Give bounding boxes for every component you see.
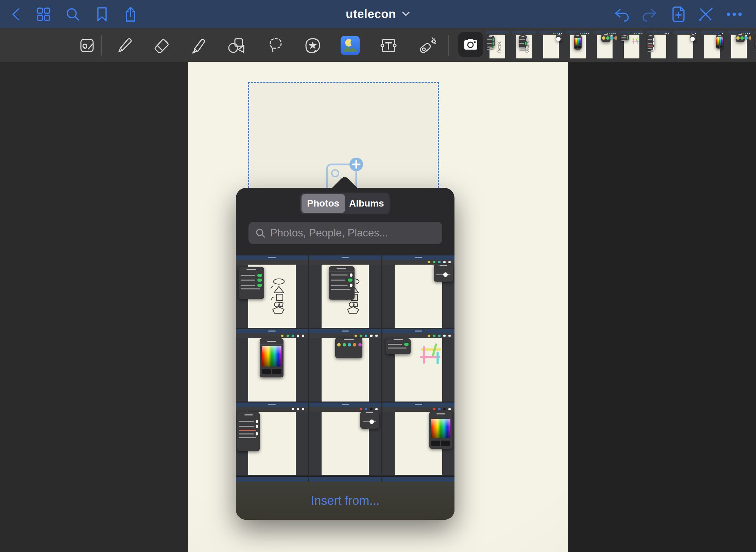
mini-color-dot-row (337, 343, 360, 346)
mini-popup-title (434, 264, 453, 267)
mini-toggle (526, 38, 527, 41)
search-button[interactable] (63, 5, 82, 24)
mini-nav-bar (236, 329, 308, 334)
photo-thumbnail-highlighter-thickness[interactable] (382, 255, 454, 328)
mini-color-dot (641, 33, 642, 34)
mini-popup-row (486, 49, 495, 50)
mini-popup-row (519, 38, 527, 41)
mini-color-dot (740, 36, 744, 40)
undo-button[interactable] (612, 5, 631, 24)
mini-title (496, 32, 499, 32)
mini-color-dot (744, 36, 748, 40)
recent-photo-thumbnail-eraser-menu[interactable] (647, 31, 670, 58)
recent-photo-thumbnail-pen-thickness[interactable] (673, 31, 697, 58)
add-page-button[interactable] (669, 5, 688, 24)
mini-color-dot (438, 335, 441, 337)
mini-color-dot (428, 335, 430, 337)
text-tool[interactable] (379, 36, 398, 55)
photo-thumbnail-highlighter-color-dots[interactable] (309, 329, 381, 402)
mini-color-dot (747, 33, 748, 34)
mini-title (415, 331, 422, 332)
insert-from-button[interactable]: Insert from... (236, 482, 454, 520)
mini-screenshot-highlighter-color-dots (593, 31, 617, 58)
laser-pointer-icon (418, 36, 436, 55)
recent-photo-thumbnail-lasso-tool-menu[interactable] (754, 31, 756, 58)
camera-button[interactable] (458, 32, 483, 57)
mini-popup-label (239, 430, 256, 431)
mini-toggle (257, 284, 262, 287)
recent-photo-thumbnail-shape-tool-menu[interactable] (512, 31, 536, 58)
lasso-tool[interactable] (266, 36, 285, 55)
photo-thumbnail-pen-color-picker[interactable] (382, 403, 454, 475)
mini-color-dot (602, 36, 605, 40)
handwriting-tool[interactable] (78, 36, 97, 55)
photo-search-input[interactable]: Photos, People, Places... (248, 222, 442, 244)
mini-popup (335, 338, 363, 358)
mini-popup-title (621, 35, 629, 36)
mini-color-dot (433, 408, 435, 410)
mini-color-dot (428, 261, 430, 263)
mini-popup-row (237, 425, 260, 428)
recent-photo-thumbnail-highlighter-straight-line-strokes[interactable] (620, 31, 643, 58)
recent-photo-thumbnail-highlighter-color-picker[interactable] (566, 31, 590, 58)
mini-popup-label (331, 274, 348, 275)
mini-popup-title (239, 267, 264, 272)
mini-color-dot (736, 36, 740, 40)
mini-toolbar (309, 260, 381, 265)
document-title[interactable]: utelecon (346, 7, 396, 21)
photo-thumbnail-shape-tool-menu[interactable] (309, 255, 381, 328)
mini-popup-title-line (436, 413, 445, 414)
mini-popup (434, 264, 453, 282)
image-tool[interactable] (341, 36, 360, 55)
mini-popup-row (647, 47, 654, 50)
mini-popup-row (237, 432, 260, 435)
mini-screenshot-highlighter-thickness (539, 31, 563, 58)
eraser-tool[interactable] (152, 36, 171, 55)
share-button[interactable] (121, 5, 140, 24)
back-button[interactable] (6, 5, 25, 24)
stylus-mode-button[interactable] (696, 5, 715, 24)
recent-photo-thumbnail-highlighter-color-dots[interactable] (593, 31, 617, 58)
highlighter-tool[interactable] (189, 36, 208, 55)
redo-icon (642, 7, 658, 22)
photo-thumbnail-partial (236, 476, 308, 482)
pen-tool[interactable] (115, 36, 134, 55)
canvas-right-margin (568, 62, 756, 552)
mini-popup-title-line (649, 35, 652, 36)
photo-thumbnail-eraser-menu[interactable] (236, 403, 308, 475)
redo-button[interactable] (640, 5, 659, 24)
recent-photo-thumbnail-lasso-tool-menu[interactable] (485, 31, 509, 58)
chevron-down-icon[interactable] (401, 11, 410, 17)
mini-nav-bar (382, 329, 454, 334)
pages-overview-button[interactable] (34, 5, 53, 24)
photo-thumbnail-pen-thickness[interactable] (309, 403, 381, 475)
photo-thumbnail-highlighter-color-picker[interactable] (236, 329, 308, 402)
mini-popup (486, 36, 495, 48)
mini-popup-title-line (718, 35, 721, 36)
photo-thumbnail-highlighter-straight-line-strokes[interactable] (382, 329, 454, 402)
recent-photo-thumbnail-highlighter-color-dots[interactable] (727, 31, 751, 58)
shapes-tool[interactable] (227, 36, 246, 55)
bookmark-button[interactable] (92, 5, 111, 24)
mini-color-dot (302, 408, 304, 410)
tab-albums[interactable]: Albums (345, 194, 389, 213)
mini-toolbar (309, 333, 381, 338)
elements-tool[interactable] (303, 36, 322, 55)
more-button[interactable] (725, 5, 744, 24)
mini-popup-row (647, 38, 654, 41)
mini-screenshot-highlighter-straight-line-strokes (620, 31, 643, 58)
mini-button (441, 441, 450, 446)
mini-color-dot (355, 335, 357, 337)
photos-picker-popover: Photos Albums Photos, People, Places... … (236, 188, 454, 520)
mini-color-dot (720, 33, 721, 34)
tab-photos[interactable]: Photos (302, 194, 345, 213)
mini-popup-label (648, 39, 652, 40)
recent-photo-thumbnail-pen-color-picker[interactable] (700, 31, 724, 58)
recent-photo-thumbnail-highlighter-thickness[interactable] (539, 31, 563, 58)
laser-pointer-tool[interactable] (417, 36, 436, 55)
photo-thumbnail-lasso-tool-menu[interactable] (236, 255, 308, 328)
mini-popup-title (329, 266, 355, 272)
handwriting-tool-icon (78, 37, 96, 54)
mini-popup-label (241, 280, 255, 281)
mini-color-dot (433, 261, 435, 263)
